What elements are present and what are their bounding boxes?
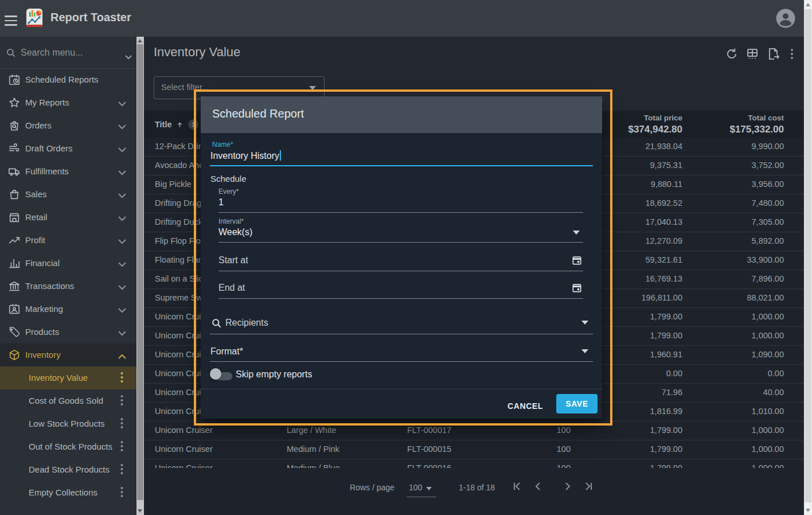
next-page-button[interactable]: [560, 479, 576, 496]
chevron-down-icon: [118, 282, 126, 292]
chevron-down-icon: [118, 145, 126, 155]
scroll-up-icon[interactable]: [806, 3, 810, 6]
chevron-down-icon[interactable]: [573, 231, 580, 235]
save-button[interactable]: SAVE: [556, 394, 598, 413]
item-menu-icon[interactable]: [120, 418, 123, 429]
sidebar-item-inventory[interactable]: Inventory: [0, 344, 136, 366]
sidebar-subitem-low-stock-products[interactable]: Low Stock Products: [0, 412, 136, 435]
name-input-underline: [210, 165, 593, 166]
export-report-button[interactable]: [767, 47, 782, 62]
chevron-down-icon[interactable]: [581, 321, 588, 325]
cell-total-cost: 5,892.00: [677, 236, 784, 245]
order-search-icon: [8, 119, 21, 132]
page-scrollbar[interactable]: [804, 0, 812, 515]
filter-placeholder: Select filter...: [161, 83, 209, 92]
text-cursor: [280, 150, 281, 161]
sidebar-item-my-reports[interactable]: My Reports: [0, 91, 136, 114]
account-avatar-icon[interactable]: [775, 8, 796, 29]
sidebar-item-retail[interactable]: Retail: [0, 206, 136, 229]
sidebar-subitem-inventory-value[interactable]: Inventory Value: [0, 366, 136, 389]
chevron-down-icon: [118, 236, 126, 247]
refresh-button[interactable]: [725, 47, 740, 62]
table-row[interactable]: Unicorn CruiserMedium / PinkFLT-00001510…: [144, 440, 804, 459]
sidebar-item-financial[interactable]: Financial: [0, 252, 136, 275]
cell-total-cost: 1,000.00: [677, 331, 784, 340]
cell-total-cost: 88,021.00: [677, 293, 784, 302]
item-menu-icon[interactable]: [120, 440, 123, 452]
scroll-down-icon[interactable]: [138, 509, 142, 513]
item-menu-icon[interactable]: [120, 486, 123, 498]
draft-icon: [8, 142, 21, 155]
scroll-down-icon[interactable]: [806, 509, 810, 512]
sidebar-subitem-out-of-stock-products[interactable]: Out of Stock Products: [0, 435, 136, 458]
sidebar-item-scheduled-reports[interactable]: Scheduled Reports: [0, 68, 136, 91]
more-options-button[interactable]: [785, 47, 800, 62]
chevron-down-icon[interactable]: [581, 349, 588, 353]
last-page-button[interactable]: [581, 479, 597, 496]
name-input[interactable]: Inventory History: [210, 150, 281, 161]
storefront-icon: [8, 211, 21, 224]
sidebar-item-fulfillments[interactable]: Fulfillments: [0, 160, 136, 183]
cell-quantity: 100: [477, 444, 571, 454]
previous-page-button[interactable]: [532, 479, 548, 496]
sidebar-item-customers[interactable]: Customers: [0, 509, 136, 515]
chevron-down-icon[interactable]: [125, 52, 132, 62]
sidebar-item-transactions[interactable]: Transactions: [0, 275, 136, 298]
chevron-down-icon: [118, 328, 126, 338]
calendar-icon[interactable]: [571, 255, 583, 266]
sidebar-item-orders[interactable]: Orders: [0, 114, 136, 137]
rows-per-page-select[interactable]: 100: [409, 483, 422, 492]
cell-total-cost: 33,900.00: [677, 255, 784, 264]
scheduled-report-dialog: Scheduled Report Name* Inventory History…: [201, 96, 602, 419]
box-icon: [8, 349, 21, 361]
end-at-input[interactable]: End at: [218, 283, 245, 293]
sidebar-item-profit[interactable]: Profit: [0, 229, 136, 252]
recipients-input[interactable]: Recipients: [225, 318, 268, 328]
table-view-button[interactable]: [745, 47, 760, 62]
hamburger-menu-icon[interactable]: [5, 13, 17, 24]
cell-title: Unicorn Cruiser: [155, 444, 284, 454]
start-at-input[interactable]: Start at: [218, 255, 248, 266]
sidebar-scrollbar[interactable]: [136, 37, 144, 515]
first-page-button[interactable]: [511, 479, 527, 496]
cell-quantity: 100: [477, 426, 571, 435]
interval-select[interactable]: Week(s): [218, 227, 252, 237]
sidebar-scrollbar-thumb[interactable]: [137, 44, 143, 500]
cell-total-cost: 1,090.00: [677, 350, 784, 359]
table-row[interactable]: Unicorn CruiserLarge / WhiteFLT-00001710…: [144, 422, 804, 440]
contact-card-icon: [8, 303, 21, 315]
sidebar-search[interactable]: Search menu...: [0, 37, 136, 69]
item-menu-icon[interactable]: [120, 463, 123, 475]
sort-ascending-icon: [176, 121, 184, 128]
calendar-icon[interactable]: [571, 282, 583, 294]
filter-select[interactable]: Select filter...: [154, 76, 325, 99]
app-title: Report Toaster: [50, 11, 131, 24]
sidebar-item-products[interactable]: Products: [0, 321, 136, 344]
sidebar-subitem-empty-collections[interactable]: Empty Collections: [0, 481, 136, 504]
sidebar-subitem-dead-stock-products[interactable]: Dead Stock Products: [0, 458, 136, 481]
cell-total-cost: 3,956.00: [677, 180, 784, 189]
skip-empty-reports-label: Skip empty reports: [236, 369, 312, 380]
sidebar-item-marketing[interactable]: Marketing: [0, 298, 136, 321]
sidebar-item-sales[interactable]: Sales: [0, 183, 136, 206]
every-input[interactable]: 1: [218, 197, 224, 208]
item-menu-icon[interactable]: [120, 372, 123, 383]
cell-total-price: 1,799.00: [577, 426, 682, 435]
cancel-button[interactable]: CANCEL: [501, 397, 549, 415]
format-select[interactable]: Format*: [210, 346, 243, 357]
sidebar-subitem-cost-of-goods-sold[interactable]: Cost of Goods Sold: [0, 389, 136, 412]
item-menu-icon[interactable]: [120, 395, 123, 406]
report-toaster-app: Report Toaster Search menu... Scheduled …: [0, 0, 812, 515]
topbar: Report Toaster: [0, 0, 812, 37]
interval-field-label: Interval*: [218, 217, 244, 225]
skip-empty-reports-toggle-knob[interactable]: [210, 368, 221, 380]
cell-total-cost: 1,000.00: [677, 444, 784, 454]
column-header-title[interactable]: Title 1: [155, 119, 198, 130]
sidebar-item-draft-orders[interactable]: Draft Orders: [0, 137, 136, 160]
scroll-up-icon[interactable]: [138, 39, 142, 42]
app-logo-icon: [24, 7, 45, 29]
bank-icon: [8, 280, 21, 292]
page-scrollbar-thumb[interactable]: [805, 9, 811, 502]
column-header-total-cost[interactable]: Total cost: [677, 114, 784, 122]
sort-order-badge: 1: [188, 119, 198, 130]
